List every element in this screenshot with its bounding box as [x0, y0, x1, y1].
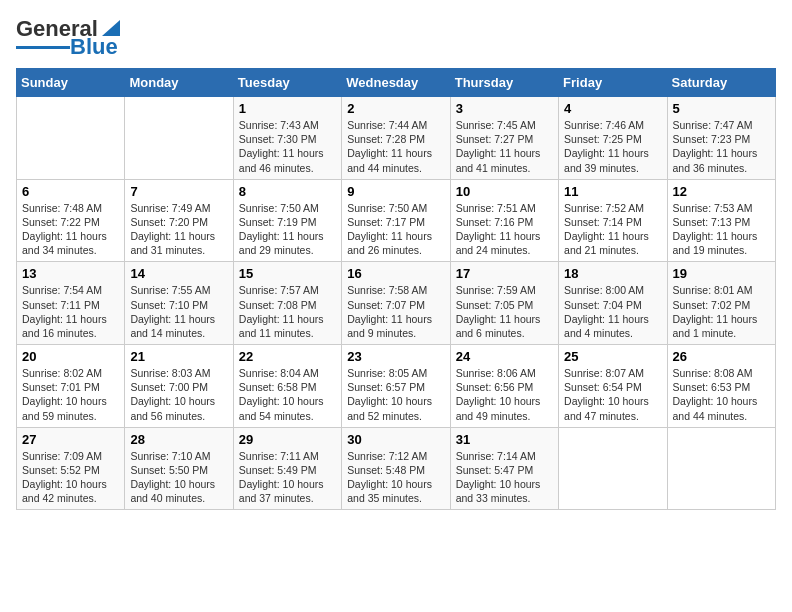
week-row-3: 13Sunrise: 7:54 AMSunset: 7:11 PMDayligh… [17, 262, 776, 345]
daylight-text: Daylight: 11 hours and 39 minutes. [564, 147, 649, 173]
sunset-text: Sunset: 7:22 PM [22, 216, 100, 228]
logo-blue-text: Blue [70, 36, 118, 58]
sunrise-text: Sunrise: 7:52 AM [564, 202, 644, 214]
day-info: Sunrise: 7:43 AMSunset: 7:30 PMDaylight:… [239, 118, 336, 175]
day-number: 20 [22, 349, 119, 364]
sunset-text: Sunset: 7:02 PM [673, 299, 751, 311]
calendar-cell: 9Sunrise: 7:50 AMSunset: 7:17 PMDaylight… [342, 179, 450, 262]
sunrise-text: Sunrise: 7:14 AM [456, 450, 536, 462]
sunset-text: Sunset: 7:17 PM [347, 216, 425, 228]
sunrise-text: Sunrise: 8:04 AM [239, 367, 319, 379]
day-number: 26 [673, 349, 770, 364]
sunrise-text: Sunrise: 8:01 AM [673, 284, 753, 296]
sunset-text: Sunset: 6:56 PM [456, 381, 534, 393]
calendar-cell: 3Sunrise: 7:45 AMSunset: 7:27 PMDaylight… [450, 97, 558, 180]
day-info: Sunrise: 7:49 AMSunset: 7:20 PMDaylight:… [130, 201, 227, 258]
calendar-cell: 20Sunrise: 8:02 AMSunset: 7:01 PMDayligh… [17, 345, 125, 428]
day-number: 15 [239, 266, 336, 281]
daylight-text: Daylight: 11 hours and 26 minutes. [347, 230, 432, 256]
calendar-cell: 28Sunrise: 7:10 AMSunset: 5:50 PMDayligh… [125, 427, 233, 510]
sunrise-text: Sunrise: 8:06 AM [456, 367, 536, 379]
sunrise-text: Sunrise: 8:02 AM [22, 367, 102, 379]
sunset-text: Sunset: 5:50 PM [130, 464, 208, 476]
daylight-text: Daylight: 10 hours and 35 minutes. [347, 478, 432, 504]
weekday-header-row: SundayMondayTuesdayWednesdayThursdayFrid… [17, 69, 776, 97]
daylight-text: Daylight: 11 hours and 4 minutes. [564, 313, 649, 339]
sunrise-text: Sunrise: 7:45 AM [456, 119, 536, 131]
calendar-cell: 13Sunrise: 7:54 AMSunset: 7:11 PMDayligh… [17, 262, 125, 345]
sunrise-text: Sunrise: 8:05 AM [347, 367, 427, 379]
sunset-text: Sunset: 5:47 PM [456, 464, 534, 476]
day-number: 18 [564, 266, 661, 281]
calendar-table: SundayMondayTuesdayWednesdayThursdayFrid… [16, 68, 776, 510]
sunrise-text: Sunrise: 7:51 AM [456, 202, 536, 214]
day-number: 31 [456, 432, 553, 447]
day-info: Sunrise: 7:53 AMSunset: 7:13 PMDaylight:… [673, 201, 770, 258]
sunrise-text: Sunrise: 8:08 AM [673, 367, 753, 379]
day-info: Sunrise: 8:02 AMSunset: 7:01 PMDaylight:… [22, 366, 119, 423]
daylight-text: Daylight: 11 hours and 36 minutes. [673, 147, 758, 173]
day-info: Sunrise: 8:03 AMSunset: 7:00 PMDaylight:… [130, 366, 227, 423]
day-info: Sunrise: 7:50 AMSunset: 7:19 PMDaylight:… [239, 201, 336, 258]
calendar-cell: 17Sunrise: 7:59 AMSunset: 7:05 PMDayligh… [450, 262, 558, 345]
calendar-cell: 6Sunrise: 7:48 AMSunset: 7:22 PMDaylight… [17, 179, 125, 262]
sunset-text: Sunset: 7:11 PM [22, 299, 100, 311]
daylight-text: Daylight: 10 hours and 52 minutes. [347, 395, 432, 421]
sunset-text: Sunset: 7:27 PM [456, 133, 534, 145]
sunrise-text: Sunrise: 7:12 AM [347, 450, 427, 462]
weekday-header-sunday: Sunday [17, 69, 125, 97]
sunrise-text: Sunrise: 7:50 AM [347, 202, 427, 214]
sunrise-text: Sunrise: 7:46 AM [564, 119, 644, 131]
calendar-cell: 11Sunrise: 7:52 AMSunset: 7:14 PMDayligh… [559, 179, 667, 262]
day-info: Sunrise: 7:55 AMSunset: 7:10 PMDaylight:… [130, 283, 227, 340]
weekday-header-friday: Friday [559, 69, 667, 97]
daylight-text: Daylight: 10 hours and 49 minutes. [456, 395, 541, 421]
calendar-cell: 2Sunrise: 7:44 AMSunset: 7:28 PMDaylight… [342, 97, 450, 180]
sunset-text: Sunset: 7:20 PM [130, 216, 208, 228]
sunrise-text: Sunrise: 7:58 AM [347, 284, 427, 296]
calendar-cell [667, 427, 775, 510]
day-number: 13 [22, 266, 119, 281]
day-info: Sunrise: 7:51 AMSunset: 7:16 PMDaylight:… [456, 201, 553, 258]
day-info: Sunrise: 8:06 AMSunset: 6:56 PMDaylight:… [456, 366, 553, 423]
day-number: 10 [456, 184, 553, 199]
day-number: 6 [22, 184, 119, 199]
day-number: 7 [130, 184, 227, 199]
day-number: 1 [239, 101, 336, 116]
calendar-cell: 22Sunrise: 8:04 AMSunset: 6:58 PMDayligh… [233, 345, 341, 428]
calendar-cell: 7Sunrise: 7:49 AMSunset: 7:20 PMDaylight… [125, 179, 233, 262]
calendar-cell [17, 97, 125, 180]
calendar-cell: 30Sunrise: 7:12 AMSunset: 5:48 PMDayligh… [342, 427, 450, 510]
day-info: Sunrise: 8:00 AMSunset: 7:04 PMDaylight:… [564, 283, 661, 340]
calendar-cell: 16Sunrise: 7:58 AMSunset: 7:07 PMDayligh… [342, 262, 450, 345]
day-number: 16 [347, 266, 444, 281]
sunset-text: Sunset: 6:54 PM [564, 381, 642, 393]
day-number: 27 [22, 432, 119, 447]
sunset-text: Sunset: 7:14 PM [564, 216, 642, 228]
sunset-text: Sunset: 7:23 PM [673, 133, 751, 145]
day-number: 19 [673, 266, 770, 281]
sunset-text: Sunset: 7:07 PM [347, 299, 425, 311]
day-info: Sunrise: 8:01 AMSunset: 7:02 PMDaylight:… [673, 283, 770, 340]
day-info: Sunrise: 7:45 AMSunset: 7:27 PMDaylight:… [456, 118, 553, 175]
day-number: 22 [239, 349, 336, 364]
daylight-text: Daylight: 11 hours and 16 minutes. [22, 313, 107, 339]
sunset-text: Sunset: 7:28 PM [347, 133, 425, 145]
day-info: Sunrise: 8:04 AMSunset: 6:58 PMDaylight:… [239, 366, 336, 423]
weekday-header-thursday: Thursday [450, 69, 558, 97]
sunrise-text: Sunrise: 7:53 AM [673, 202, 753, 214]
sunset-text: Sunset: 6:53 PM [673, 381, 751, 393]
daylight-text: Daylight: 11 hours and 14 minutes. [130, 313, 215, 339]
sunset-text: Sunset: 6:57 PM [347, 381, 425, 393]
sunrise-text: Sunrise: 7:54 AM [22, 284, 102, 296]
daylight-text: Daylight: 10 hours and 37 minutes. [239, 478, 324, 504]
logo: General Blue [16, 16, 122, 58]
daylight-text: Daylight: 11 hours and 31 minutes. [130, 230, 215, 256]
calendar-cell: 19Sunrise: 8:01 AMSunset: 7:02 PMDayligh… [667, 262, 775, 345]
sunset-text: Sunset: 7:00 PM [130, 381, 208, 393]
calendar-cell: 23Sunrise: 8:05 AMSunset: 6:57 PMDayligh… [342, 345, 450, 428]
daylight-text: Daylight: 10 hours and 47 minutes. [564, 395, 649, 421]
sunrise-text: Sunrise: 8:00 AM [564, 284, 644, 296]
day-number: 12 [673, 184, 770, 199]
calendar-cell: 1Sunrise: 7:43 AMSunset: 7:30 PMDaylight… [233, 97, 341, 180]
